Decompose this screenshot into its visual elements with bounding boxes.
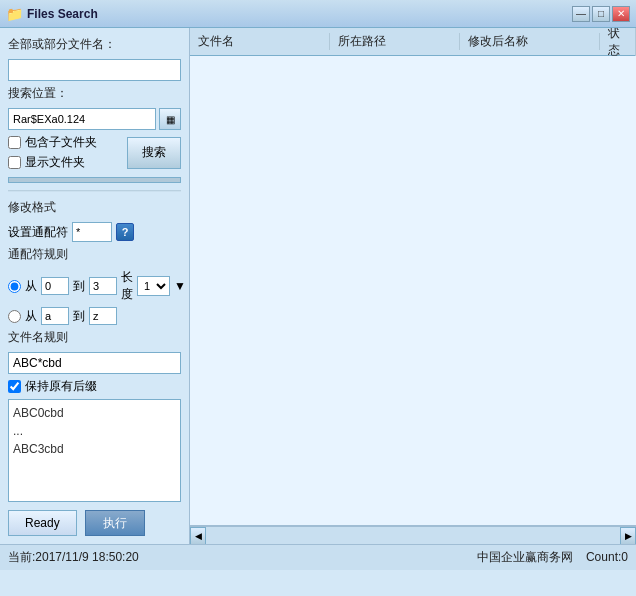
- title-bar: 📁 Files Search — □ ✕: [0, 0, 636, 28]
- help-button[interactable]: ?: [116, 223, 134, 241]
- datetime-label: 当前:: [8, 550, 35, 564]
- maximize-button[interactable]: □: [592, 6, 610, 22]
- scroll-right-button[interactable]: ▶: [620, 527, 636, 545]
- scrollbar-track: [222, 530, 604, 542]
- filename-rule-input[interactable]: [8, 352, 181, 374]
- radio1-from-label: 从: [25, 278, 37, 295]
- to-input[interactable]: [89, 277, 117, 295]
- execute-button[interactable]: 执行: [85, 510, 145, 536]
- length-select[interactable]: 1 2 3 4: [137, 276, 170, 296]
- status-right: 中国企业赢商务网 Count:0: [477, 549, 628, 566]
- filename-rule-label: 文件名规则: [8, 329, 181, 346]
- include-subfolders-row[interactable]: 包含子文件夹: [8, 134, 97, 151]
- length-label: 长度: [121, 269, 133, 303]
- progress-bar: [8, 177, 181, 183]
- main-container: 全部或部分文件名： 搜索位置： ▦ 包含子文件夹 显示文件夹 搜索: [0, 28, 636, 544]
- right-panel: 文件名 所在路径 修改后名称 状态 ◀ ▶: [190, 28, 636, 544]
- keep-suffix-checkbox[interactable]: [8, 380, 21, 393]
- col-newname: 修改后名称: [460, 33, 600, 50]
- status-bar: 当前:2017/11/9 18:50:20 中国企业赢商务网 Count:0: [0, 544, 636, 570]
- browse-button[interactable]: ▦: [159, 108, 181, 130]
- preview-line-1: ABC0cbd: [13, 404, 176, 422]
- window-title: Files Search: [27, 7, 98, 21]
- radio2-to-label: 到: [73, 308, 85, 325]
- action-row: Ready 执行: [8, 510, 181, 536]
- show-folders-checkbox[interactable]: [8, 156, 21, 169]
- left-panel: 全部或部分文件名： 搜索位置： ▦ 包含子文件夹 显示文件夹 搜索: [0, 28, 190, 544]
- count-label: Count:: [586, 550, 621, 564]
- wildcard-section: 通配符规则 从 到 长度 1 2 3 4 ▼ 从 到: [8, 246, 181, 325]
- col-path: 所在路径: [330, 33, 460, 50]
- preview-line-ellipsis: ...: [13, 422, 176, 440]
- keep-suffix-row[interactable]: 保持原有后缀: [8, 378, 181, 395]
- filename-input[interactable]: [8, 59, 181, 81]
- horizontal-scrollbar[interactable]: ◀ ▶: [190, 526, 636, 544]
- table-body: [190, 56, 636, 526]
- location-label: 搜索位置：: [8, 85, 181, 102]
- close-button[interactable]: ✕: [612, 6, 630, 22]
- table-header: 文件名 所在路径 修改后名称 状态: [190, 28, 636, 56]
- radio2-from-label: 从: [25, 308, 37, 325]
- wildcard-rule-label: 通配符规则: [8, 246, 181, 263]
- modify-format-label: 修改格式: [8, 199, 181, 216]
- preview-area: ABC0cbd ... ABC3cbd: [8, 399, 181, 502]
- radio-numeric[interactable]: [8, 280, 21, 293]
- wildcard-label: 设置通配符: [8, 224, 68, 241]
- col-status: 状态: [600, 28, 636, 59]
- modify-section: 修改格式 设置通配符 ?: [8, 199, 181, 242]
- datetime-display: 当前:2017/11/9 18:50:20: [8, 549, 139, 566]
- wildcard-input[interactable]: [72, 222, 112, 242]
- include-subfolders-checkbox[interactable]: [8, 136, 21, 149]
- divider1: [8, 190, 181, 192]
- show-folders-label: 显示文件夹: [25, 154, 85, 171]
- filename-label: 全部或部分文件名：: [8, 36, 181, 53]
- alpha-to-input[interactable]: [89, 307, 117, 325]
- location-input[interactable]: [8, 108, 156, 130]
- ready-button[interactable]: Ready: [8, 510, 77, 536]
- radio-alpha[interactable]: [8, 310, 21, 323]
- website-text: 中国企业赢商务网: [477, 550, 573, 564]
- keep-suffix-label: 保持原有后缀: [25, 378, 97, 395]
- alpha-from-input[interactable]: [41, 307, 69, 325]
- count-value: 0: [621, 550, 628, 564]
- show-folders-row[interactable]: 显示文件夹: [8, 154, 97, 171]
- include-subfolders-label: 包含子文件夹: [25, 134, 97, 151]
- preview-line-last: ABC3cbd: [13, 440, 176, 458]
- dropdown-icon: ▼: [174, 279, 186, 293]
- search-button[interactable]: 搜索: [127, 137, 181, 169]
- scroll-left-button[interactable]: ◀: [190, 527, 206, 545]
- col-filename: 文件名: [190, 33, 330, 50]
- radio1-to-label: 到: [73, 278, 85, 295]
- datetime-value: 2017/11/9 18:50:20: [35, 550, 138, 564]
- window-icon: 📁: [6, 6, 23, 22]
- browse-icon: ▦: [166, 114, 175, 125]
- minimize-button[interactable]: —: [572, 6, 590, 22]
- from-input[interactable]: [41, 277, 69, 295]
